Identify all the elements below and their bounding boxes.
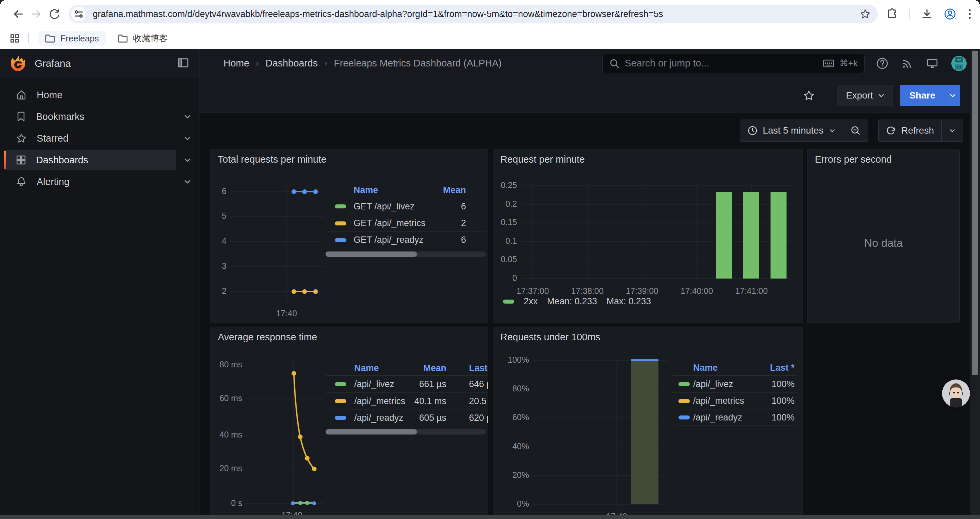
- panel-title[interactable]: Requests under 100ms: [500, 332, 600, 343]
- extensions-icon[interactable]: [886, 8, 898, 20]
- search-shortcut: ⌘+k: [840, 58, 858, 69]
- sidebar-item-bookmarks[interactable]: Bookmarks: [4, 106, 176, 127]
- legend-row-inline[interactable]: 2xx Mean: 0.233 Max: 0.233: [503, 296, 651, 307]
- legend-col-last[interactable]: Last *: [469, 363, 488, 374]
- sidebar-item-dashboards[interactable]: Dashboards: [4, 150, 176, 170]
- series-last: 100%: [772, 379, 795, 390]
- assistant-avatar-button[interactable]: [942, 379, 970, 407]
- series-name[interactable]: /api/_livez: [693, 379, 733, 390]
- download-icon[interactable]: [921, 8, 932, 20]
- panel-title[interactable]: Average response time: [218, 332, 317, 343]
- legend-row[interactable]: GET /api/_readyz 6: [326, 232, 486, 248]
- share-menu-button[interactable]: [945, 85, 960, 106]
- breadcrumb-home[interactable]: Home: [223, 58, 249, 69]
- legend-row[interactable]: /api/_metrics 100%: [673, 393, 797, 409]
- y-tick: 2: [222, 286, 226, 295]
- legend-row[interactable]: GET /api/_metrics 2: [326, 215, 486, 232]
- legend-scrollbar[interactable]: [326, 251, 486, 257]
- time-range-picker[interactable]: Last 5 minutes: [740, 120, 843, 141]
- profile-icon[interactable]: [944, 8, 956, 20]
- sidebar-item-label: Home: [37, 89, 62, 101]
- chevron-down-icon[interactable]: [181, 156, 194, 164]
- legend-row[interactable]: /api/_readyz 605 µs 620 µs: [326, 409, 488, 426]
- horizontal-scrollbar[interactable]: [0, 515, 980, 519]
- back-icon[interactable]: [10, 5, 27, 23]
- legend-col-mean[interactable]: Mean: [443, 185, 466, 195]
- legend-row[interactable]: /api/_metrics 40.1 ms 20.5 ms: [326, 393, 488, 409]
- panel-title[interactable]: Total requests per minute: [218, 154, 326, 165]
- vertical-scrollbar[interactable]: [970, 49, 980, 515]
- grafana-logo[interactable]: [10, 55, 26, 72]
- bookmark-star-icon[interactable]: [860, 9, 870, 19]
- reload-icon[interactable]: [45, 5, 64, 23]
- legend-row[interactable]: /api/_readyz 100%: [673, 409, 797, 426]
- y-tick: 0.05: [501, 254, 517, 264]
- refresh-interval-button[interactable]: [941, 120, 963, 141]
- series-name[interactable]: /api/_metrics: [354, 396, 405, 406]
- apps-grid-icon[interactable]: [10, 34, 19, 43]
- legend-scrollbar-thumb[interactable]: [326, 251, 417, 257]
- series-color-pill: [335, 382, 346, 386]
- legend-col-name[interactable]: Name: [354, 363, 379, 374]
- favorite-star-icon[interactable]: [803, 90, 815, 101]
- series-name[interactable]: GET /api/_readyz: [353, 235, 424, 245]
- legend-col-last[interactable]: Last *: [770, 363, 795, 373]
- url-bar[interactable]: grafana.mathmast.com/d/deytv4rwavabkb/fr…: [69, 5, 878, 23]
- panel-title[interactable]: Errors per second: [815, 154, 892, 165]
- series-name[interactable]: GET /api/_livez: [353, 201, 415, 212]
- site-settings-icon[interactable]: [72, 7, 86, 21]
- bar-2xx[interactable]: [743, 192, 759, 278]
- y-tick: 20%: [512, 470, 529, 480]
- series-name[interactable]: /api/_readyz: [354, 413, 403, 423]
- vertical-scrollbar-thumb[interactable]: [972, 51, 978, 375]
- bar-under-100ms[interactable]: [631, 360, 659, 504]
- series-name[interactable]: /api/_livez: [354, 379, 394, 390]
- chevron-down-icon[interactable]: [181, 134, 194, 142]
- bar-2xx[interactable]: [716, 192, 732, 278]
- series-name[interactable]: /api/_readyz: [693, 412, 742, 423]
- sidebar-item-alerting[interactable]: Alerting: [4, 171, 176, 192]
- sidebar-item-label: Dashboards: [36, 155, 88, 166]
- sidebar: Home Bookmarks Starred: [0, 78, 199, 519]
- sidebar-item-home[interactable]: Home: [4, 85, 176, 105]
- breadcrumb-dashboards[interactable]: Dashboards: [266, 58, 318, 69]
- browser-actions: [886, 8, 972, 20]
- legend-col-mean[interactable]: Mean: [402, 363, 446, 374]
- refresh-button[interactable]: Refresh: [878, 120, 941, 141]
- export-button[interactable]: Export: [838, 85, 893, 106]
- user-avatar[interactable]: [951, 56, 967, 71]
- chevron-down-icon[interactable]: [181, 178, 194, 186]
- panel-title[interactable]: Request per minute: [500, 154, 585, 165]
- series-name[interactable]: GET /api/_metrics: [353, 218, 426, 228]
- sidebar-item-starred[interactable]: Starred: [4, 128, 176, 149]
- url-text[interactable]: grafana.mathmast.com/d/deytv4rwavabkb/fr…: [93, 9, 860, 19]
- zoom-out-button[interactable]: [843, 120, 868, 141]
- bookmark-folder-blogs[interactable]: 收藏博客: [110, 31, 175, 46]
- grafana-brand[interactable]: Grafana: [35, 58, 71, 69]
- search-input[interactable]: Search or jump to... ⌘+k: [602, 54, 865, 73]
- refresh-icon: [886, 126, 896, 136]
- monitor-icon[interactable]: [926, 57, 939, 70]
- bookmark-folder-freeleaps[interactable]: Freeleaps: [38, 31, 107, 46]
- news-rss-icon[interactable]: [901, 57, 913, 69]
- legend-scrollbar-thumb[interactable]: [326, 429, 417, 434]
- legend-table: Name Mean GET /api/_livez 6 GET /api/_me…: [326, 183, 486, 257]
- y-tick: 40 ms: [220, 430, 242, 439]
- legend-row[interactable]: /api/_livez 661 µs 646 µs: [326, 376, 488, 393]
- legend-col-name[interactable]: Name: [693, 363, 718, 373]
- legend-row[interactable]: GET /api/_livez 6: [326, 198, 486, 215]
- legend-row[interactable]: /api/_livez 100%: [673, 376, 797, 393]
- sidebar-toggle-icon[interactable]: [177, 56, 190, 71]
- series-name[interactable]: 2xx: [524, 296, 538, 307]
- chevron-down-icon[interactable]: [181, 113, 194, 121]
- legend-col-name[interactable]: Name: [353, 185, 378, 195]
- menu-kebab-icon[interactable]: [967, 8, 972, 20]
- series-name[interactable]: /api/_metrics: [693, 396, 744, 406]
- help-icon[interactable]: [876, 57, 889, 70]
- x-tick: 17:40:00: [681, 286, 713, 295]
- legend-header: Name Mean Last *: [326, 360, 488, 376]
- legend-scrollbar[interactable]: [326, 429, 486, 434]
- share-button[interactable]: Share: [900, 85, 945, 106]
- bar-2xx[interactable]: [770, 192, 786, 278]
- forward-icon[interactable]: [27, 5, 45, 23]
